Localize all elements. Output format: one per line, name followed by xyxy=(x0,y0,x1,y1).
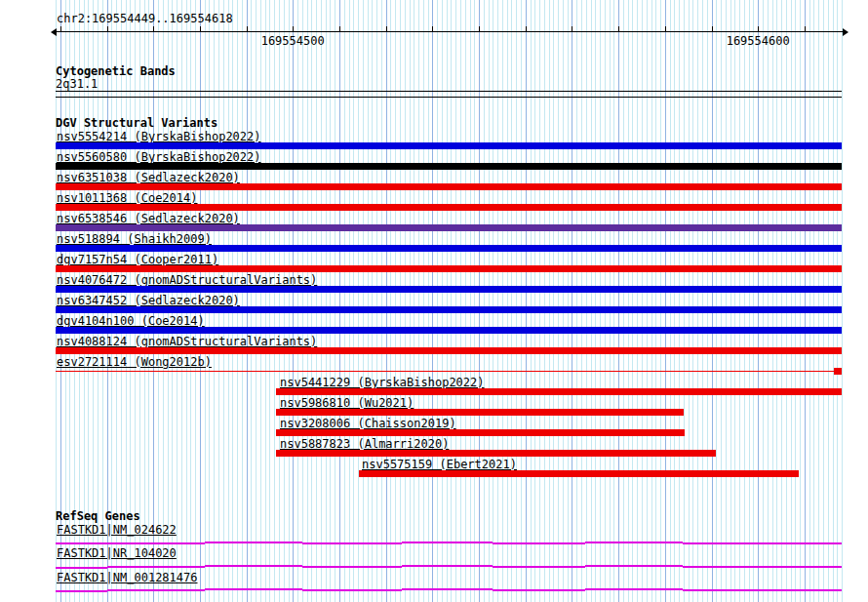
variant-bar[interactable] xyxy=(56,306,842,313)
variant-label[interactable]: nsv5887823 (Almarri2020) xyxy=(280,438,449,450)
gene-line-segment[interactable] xyxy=(205,588,302,590)
gene-line-segment[interactable] xyxy=(205,542,302,543)
variant-label[interactable]: nsv1011368 (Coe2014) xyxy=(57,192,198,204)
genome-browser-panel: chr2:169554449..169554618 16955450016955… xyxy=(0,0,868,602)
gene-line-segment[interactable] xyxy=(56,542,107,544)
variant-label[interactable]: dgv7157n54 (Cooper2011) xyxy=(57,254,218,265)
variant-label[interactable]: nsv6538546 (Sedlazeck2020) xyxy=(57,213,240,224)
region-coordinates: chr2:169554449..169554618 xyxy=(57,13,233,24)
variant-end-box[interactable] xyxy=(834,368,842,375)
ruler-right-arrow-icon xyxy=(843,28,848,36)
gene-line-segment[interactable] xyxy=(775,589,842,591)
gene-label[interactable]: FASTKD1|NR_104020 xyxy=(57,547,177,559)
gene-line-segment[interactable] xyxy=(107,566,205,568)
variant-label[interactable]: dgv4104n100 (Coe2014) xyxy=(57,315,205,327)
ruler-tick-label: 169554600 xyxy=(727,35,790,47)
gene-line-segment[interactable] xyxy=(493,566,585,568)
variant-label[interactable]: nsv6347452 (Sedlazeck2020) xyxy=(57,295,240,306)
gene-label[interactable]: FASTKD1|NM_001281476 xyxy=(57,572,198,583)
variant-label[interactable]: nsv3208006 (Chaisson2019) xyxy=(280,418,456,429)
gene-line-segment[interactable] xyxy=(56,567,107,569)
variant-bar[interactable] xyxy=(56,142,842,149)
ruler-tick xyxy=(153,26,154,31)
dgv-structural-variants-title: DGV Structural Variants xyxy=(56,117,217,129)
variant-label[interactable]: nsv5441229 (ByrskaBishop2022) xyxy=(280,377,485,388)
grid-line xyxy=(842,0,843,602)
gene-line-segment[interactable] xyxy=(402,588,493,590)
gene-line-segment[interactable] xyxy=(775,566,842,568)
variant-bar[interactable] xyxy=(276,429,685,436)
ruler-tick xyxy=(665,26,666,31)
ruler-tick xyxy=(339,26,340,31)
variant-bar[interactable] xyxy=(56,163,842,170)
ruler-tick xyxy=(712,26,713,31)
variant-thin-line[interactable] xyxy=(56,371,834,372)
variant-label[interactable]: nsv5986810 (Wu2021) xyxy=(280,397,414,409)
ruler-tick xyxy=(60,26,61,31)
ruler-tick xyxy=(293,26,294,31)
variant-label[interactable]: esv2721114 (Wong2012b) xyxy=(57,356,212,368)
ruler-tick xyxy=(200,26,201,31)
variant-bar[interactable] xyxy=(56,265,842,272)
variant-bar[interactable] xyxy=(276,388,842,395)
gene-line-segment[interactable] xyxy=(402,542,493,543)
variant-label[interactable]: nsv4088124 (gnomADStructuralVariants) xyxy=(57,336,317,347)
gene-line-segment[interactable] xyxy=(775,542,842,544)
gene-line-segment[interactable] xyxy=(683,542,775,544)
variant-bar[interactable] xyxy=(56,224,842,231)
ruler-left-arrow-icon xyxy=(51,28,57,36)
gene-line-segment[interactable] xyxy=(56,590,107,592)
gene-line-segment[interactable] xyxy=(107,542,205,544)
cytogenetic-band-label: 2q31.1 xyxy=(56,78,98,90)
ruler-tick xyxy=(107,26,108,31)
variant-bar[interactable] xyxy=(56,245,842,252)
variant-bar[interactable] xyxy=(56,204,842,211)
variant-label[interactable]: nsv518894 (Shaikh2009) xyxy=(57,233,212,245)
variant-bar[interactable] xyxy=(56,183,842,190)
gene-line-segment[interactable] xyxy=(683,566,775,568)
gene-line-segment[interactable] xyxy=(302,542,402,544)
cytogenetic-bands-title: Cytogenetic Bands xyxy=(56,65,176,77)
variant-bar[interactable] xyxy=(359,470,799,477)
gene-line-segment[interactable] xyxy=(683,589,775,591)
variant-bar[interactable] xyxy=(56,347,842,354)
ruler-tick xyxy=(526,26,527,31)
variant-bar[interactable] xyxy=(56,286,842,293)
variant-label[interactable]: nsv5575159 (Ebert2021) xyxy=(362,459,517,470)
variant-label[interactable]: nsv5554214 (ByrskaBishop2022) xyxy=(57,131,261,142)
gene-line-segment[interactable] xyxy=(585,588,683,590)
ruler-tick xyxy=(386,26,387,31)
ruler-tick xyxy=(479,26,480,31)
gene-label[interactable]: FASTKD1|NM_024622 xyxy=(57,524,177,536)
gene-line-segment[interactable] xyxy=(402,565,493,567)
cytogenetic-band-box[interactable] xyxy=(56,91,842,98)
ruler-tick xyxy=(432,26,433,31)
variant-label[interactable]: nsv5560580 (ByrskaBishop2022) xyxy=(57,151,261,163)
variant-label[interactable]: nsv6351038 (Sedlazeck2020) xyxy=(57,172,240,183)
gene-line-segment[interactable] xyxy=(302,589,402,591)
gene-line-segment[interactable] xyxy=(205,565,302,567)
ruler-tick-label: 169554500 xyxy=(261,35,325,47)
ruler-tick xyxy=(618,26,619,31)
gene-line-segment[interactable] xyxy=(107,589,205,591)
gene-line-segment[interactable] xyxy=(585,542,683,543)
ruler-tick xyxy=(758,26,759,31)
ruler-tick xyxy=(247,26,248,31)
variant-bar[interactable] xyxy=(276,409,684,416)
ruler-line xyxy=(56,31,845,32)
gene-line-segment[interactable] xyxy=(493,589,585,591)
variant-bar[interactable] xyxy=(276,450,716,457)
variant-label[interactable]: nsv4076472 (gnomADStructuralVariants) xyxy=(57,274,317,286)
variant-bar[interactable] xyxy=(56,327,842,334)
gene-line-segment[interactable] xyxy=(302,566,402,568)
ruler-tick xyxy=(805,26,806,31)
gene-line-segment[interactable] xyxy=(585,565,683,567)
refseq-genes-title: RefSeq Genes xyxy=(56,510,140,522)
gene-line-segment[interactable] xyxy=(493,542,585,544)
ruler-tick xyxy=(572,26,572,31)
